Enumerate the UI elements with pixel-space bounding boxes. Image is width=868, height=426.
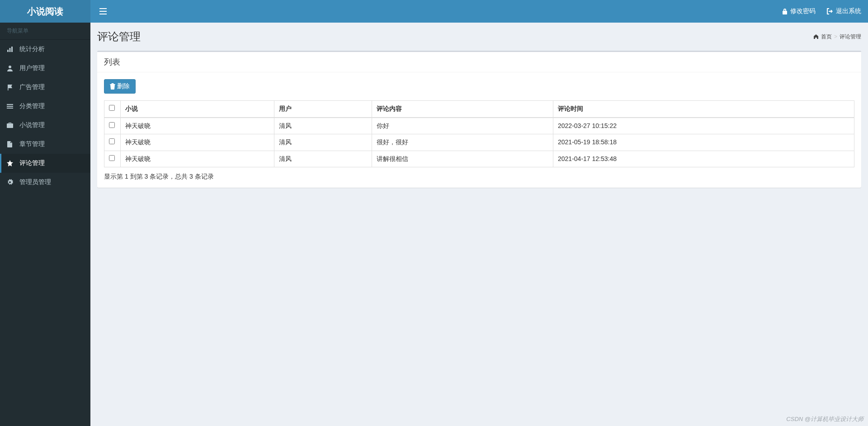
page-title: 评论管理 xyxy=(97,29,141,44)
panel-title: 列表 xyxy=(104,57,120,66)
sidebar-item-label: 分类管理 xyxy=(19,102,45,110)
table-row: 神天破晓清风讲解很相信2021-04-17 12:53:48 xyxy=(104,151,854,167)
main: 修改密码 退出系统 评论管理 首页 > 评论管理 xyxy=(90,0,868,426)
panel: 列表 删除 xyxy=(97,51,861,188)
trash-icon xyxy=(110,83,115,90)
row-check-cell xyxy=(104,134,121,151)
breadcrumb-home[interactable]: 首页 xyxy=(821,33,832,41)
svg-point-3 xyxy=(9,66,11,68)
panel-body: 删除 小说 用户 评论内容 评论时间 xyxy=(97,72,861,188)
cell-time: 2021-05-19 18:58:18 xyxy=(553,134,854,151)
gear-icon xyxy=(7,179,16,185)
cell-content: 你好 xyxy=(372,118,553,134)
breadcrumb-separator: > xyxy=(834,33,837,40)
nav-header: 导航菜单 xyxy=(0,23,90,40)
col-user[interactable]: 用户 xyxy=(274,101,372,118)
file-icon xyxy=(7,141,16,147)
app-name: 小说阅读 xyxy=(27,5,63,18)
cell-user: 清风 xyxy=(274,151,372,167)
sidebar-item-6[interactable]: 评论管理 xyxy=(0,154,90,173)
briefcase-icon xyxy=(7,122,16,128)
sidebar-item-label: 用户管理 xyxy=(19,64,45,72)
table-row: 神天破晓清风你好2022-03-27 10:15:22 xyxy=(104,118,854,134)
user-icon xyxy=(7,65,16,71)
change-password-link[interactable]: 修改密码 xyxy=(782,7,816,15)
cell-novel: 神天破晓 xyxy=(121,118,274,134)
menu-icon xyxy=(99,8,107,14)
lock-icon xyxy=(782,8,788,14)
sidebar-item-label: 统计分析 xyxy=(19,45,45,53)
cell-time: 2022-03-27 10:15:22 xyxy=(553,118,854,134)
sidebar-item-2[interactable]: 广告管理 xyxy=(0,78,90,97)
delete-button[interactable]: 删除 xyxy=(104,79,136,94)
col-novel[interactable]: 小说 xyxy=(121,101,274,118)
sidebar-item-0[interactable]: 统计分析 xyxy=(0,40,90,59)
sidebar-item-3[interactable]: 分类管理 xyxy=(0,97,90,116)
list-icon xyxy=(7,103,16,109)
cell-content: 讲解很相信 xyxy=(372,151,553,167)
row-checkbox[interactable] xyxy=(109,155,115,161)
change-password-label: 修改密码 xyxy=(790,7,816,15)
table-row: 神天破晓清风很好，很好2021-05-19 18:58:18 xyxy=(104,134,854,151)
sidebar-item-label: 广告管理 xyxy=(19,83,45,91)
table-header-row: 小说 用户 评论内容 评论时间 xyxy=(104,101,854,118)
row-checkbox[interactable] xyxy=(109,138,115,144)
content-header: 评论管理 首页 > 评论管理 xyxy=(90,23,868,44)
svg-rect-0 xyxy=(7,50,9,52)
cell-user: 清风 xyxy=(274,134,372,151)
select-all-checkbox[interactable] xyxy=(109,105,115,111)
star-icon xyxy=(7,160,16,166)
svg-rect-1 xyxy=(9,48,11,52)
cell-content: 很好，很好 xyxy=(372,134,553,151)
col-content[interactable]: 评论内容 xyxy=(372,101,553,118)
nav: 统计分析用户管理广告管理分类管理小说管理章节管理评论管理管理员管理 xyxy=(0,40,90,192)
svg-rect-2 xyxy=(11,47,13,52)
logout-link[interactable]: 退出系统 xyxy=(827,7,861,15)
select-all-cell xyxy=(104,101,121,118)
home-icon xyxy=(813,34,819,39)
panel-header: 列表 xyxy=(97,52,861,72)
sidebar-item-4[interactable]: 小说管理 xyxy=(0,116,90,135)
hamburger-button[interactable] xyxy=(97,6,109,17)
cell-novel: 神天破晓 xyxy=(121,134,274,151)
bar-chart-icon xyxy=(7,46,16,52)
data-table: 小说 用户 评论内容 评论时间 神天破晓清风你好2022-03-27 10:15… xyxy=(104,100,854,167)
breadcrumb-current: 评论管理 xyxy=(840,33,861,41)
cell-novel: 神天破晓 xyxy=(121,151,274,167)
sidebar: 小说阅读 导航菜单 统计分析用户管理广告管理分类管理小说管理章节管理评论管理管理… xyxy=(0,0,90,426)
sidebar-item-1[interactable]: 用户管理 xyxy=(0,59,90,78)
sidebar-item-label: 小说管理 xyxy=(19,121,45,129)
cell-user: 清风 xyxy=(274,118,372,134)
row-check-cell xyxy=(104,118,121,134)
logout-label: 退出系统 xyxy=(836,7,861,15)
row-check-cell xyxy=(104,151,121,167)
breadcrumb: 首页 > 评论管理 xyxy=(813,33,861,41)
row-checkbox[interactable] xyxy=(109,122,115,128)
sidebar-item-label: 章节管理 xyxy=(19,140,45,148)
delete-label: 删除 xyxy=(117,82,130,90)
flag-icon xyxy=(7,84,16,90)
app-logo: 小说阅读 xyxy=(0,0,90,23)
col-time[interactable]: 评论时间 xyxy=(553,101,854,118)
sign-out-icon xyxy=(827,8,833,14)
content: 列表 删除 xyxy=(90,44,868,194)
sidebar-item-7[interactable]: 管理员管理 xyxy=(0,173,90,192)
table-info: 显示第 1 到第 3 条记录，总共 3 条记录 xyxy=(104,173,854,181)
sidebar-item-label: 管理员管理 xyxy=(19,178,51,186)
sidebar-item-5[interactable]: 章节管理 xyxy=(0,135,90,154)
sidebar-item-label: 评论管理 xyxy=(19,159,45,167)
topbar: 修改密码 退出系统 xyxy=(90,0,868,23)
cell-time: 2021-04-17 12:53:48 xyxy=(553,151,854,167)
